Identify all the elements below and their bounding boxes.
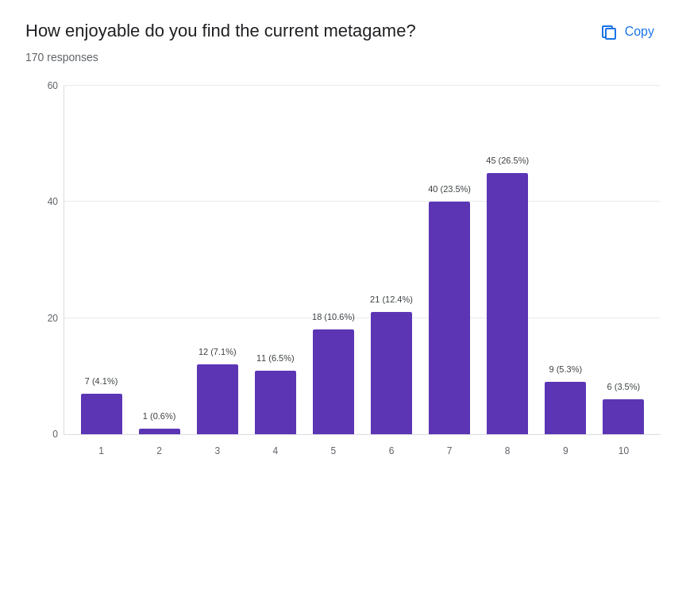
copy-label: Copy [625,25,654,39]
y-axis-label: 40 [48,196,58,207]
bar-value-label: 40 (23.5%) [428,184,471,194]
bar: 21 (12.4%) [371,312,412,434]
bar: 7 (4.1%) [81,394,122,434]
bar: 45 (26.5%) [487,173,528,434]
x-axis-label: 9 [537,445,595,456]
x-axis-label: 1 [72,445,130,456]
bar: 6 (3.5%) [603,399,644,434]
x-axis-label: 10 [595,445,653,456]
bar-col: 6 (3.5%) [595,86,653,434]
y-axis-label: 0 [52,429,58,440]
x-axis-label: 2 [130,445,188,456]
x-axis-label: 3 [188,445,246,456]
bar-col: 40 (23.5%) [421,86,479,434]
bars-group: 7 (4.1%)1 (0.6%)12 (7.1%)11 (6.5%)18 (10… [64,86,661,434]
bar-col: 11 (6.5%) [246,86,304,434]
x-axis-label: 4 [246,445,304,456]
x-axis-label: 8 [479,445,537,456]
bar-col: 12 (7.1%) [188,86,246,434]
bar-value-label: 12 (7.1%) [198,347,237,356]
svg-rect-0 [606,29,615,39]
bar-value-label: 45 (26.5%) [486,156,529,165]
copy-icon [599,22,619,41]
chart-area: 0204060 7 (4.1%)1 (0.6%)12 (7.1%)11 (6.5… [64,86,661,435]
x-axis-label: 7 [421,445,479,456]
x-axis-label: 6 [362,445,420,456]
question-title: How enjoyable do you find the current me… [25,19,416,43]
bar-col: 21 (12.4%) [362,86,420,434]
y-axis-label: 60 [48,80,58,91]
bar-value-label: 11 (6.5%) [256,353,295,363]
bar-value-label: 6 (3.5%) [607,382,641,391]
bar: 18 (10.6%) [313,329,354,434]
bar-col: 45 (26.5%) [479,86,537,434]
bar: 1 (0.6%) [139,429,180,434]
bar-value-label: 21 (12.4%) [370,295,413,304]
bar-value-label: 18 (10.6%) [312,312,355,321]
bar: 40 (23.5%) [429,202,470,434]
bar-value-label: 7 (4.1%) [85,376,118,386]
bar-value-label: 1 (0.6%) [143,411,176,421]
copy-button[interactable]: Copy [593,19,661,44]
card-header: How enjoyable do you find the current me… [25,19,661,44]
bar-value-label: 9 (5.3%) [549,364,583,374]
bar: 12 (7.1%) [197,364,238,434]
chart-container: 0204060 7 (4.1%)1 (0.6%)12 (7.1%)11 (6.5… [25,86,661,467]
x-labels: 12345678910 [64,445,661,456]
responses-count: 170 responses [25,51,661,64]
bar-col: 9 (5.3%) [537,86,595,434]
bar-col: 1 (0.6%) [130,86,188,434]
bar-col: 7 (4.1%) [72,86,130,434]
y-axis-label: 20 [48,313,58,324]
bar: 11 (6.5%) [255,371,296,434]
x-axis-label: 5 [304,445,362,456]
bar: 9 (5.3%) [545,382,586,434]
bar-col: 18 (10.6%) [304,86,362,434]
